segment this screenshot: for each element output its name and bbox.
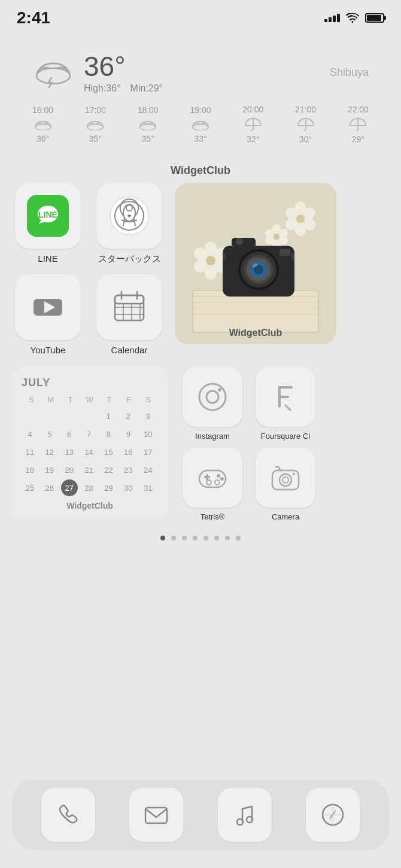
instagram-app-label: Instagram <box>195 432 230 441</box>
svg-point-71 <box>265 236 274 244</box>
signal-bars-icon <box>324 14 340 22</box>
svg-point-60 <box>295 201 306 212</box>
svg-point-62 <box>305 207 315 218</box>
svg-point-11 <box>87 124 103 130</box>
page-dot-6[interactable] <box>214 536 219 540</box>
svg-point-74 <box>274 234 280 240</box>
foursquare-app-label: Foursquare Ci <box>261 432 310 441</box>
line-logo: LINE <box>33 201 63 231</box>
hour-item-1: 16:00 36° <box>32 105 53 143</box>
music-icon <box>230 800 259 829</box>
right-app-grid: Instagram Foursquare Ci <box>180 367 318 521</box>
camera-app-icon[interactable] <box>256 448 315 508</box>
photo-widget: WidgetClub <box>175 183 336 344</box>
line-app-icon[interactable]: LINE <box>15 183 81 249</box>
svg-point-102 <box>280 474 291 486</box>
svg-point-63 <box>285 219 296 230</box>
cloud-icon <box>192 118 209 130</box>
page-dot-5[interactable] <box>203 536 208 540</box>
starbucks-app-icon[interactable]: ★ <box>96 183 162 249</box>
page-dots <box>0 536 401 540</box>
svg-point-98 <box>220 477 224 481</box>
calendar-app-icon[interactable] <box>96 274 162 340</box>
app-grid-section: LINE LINE ★ <box>12 183 389 355</box>
app-item-line[interactable]: LINE LINE <box>12 183 84 265</box>
svg-point-7 <box>35 124 51 130</box>
calendar-grid: 1 2 3 4 5 6 7 8 9 10 11 12 13 14 15 16 1… <box>22 408 158 496</box>
svg-point-66 <box>296 215 305 223</box>
widget-club-label: WidgetClub <box>0 164 401 177</box>
page-dot-1[interactable] <box>160 536 165 540</box>
svg-point-89 <box>206 391 218 403</box>
cloud-icon <box>139 118 157 130</box>
page-dot-4[interactable] <box>193 536 198 540</box>
foursquare-logo <box>268 379 303 415</box>
svg-point-53 <box>194 247 206 259</box>
tetris-app-icon[interactable] <box>183 448 242 508</box>
dock-mail-icon[interactable] <box>129 788 183 842</box>
app-item-tetris[interactable]: Tetris® <box>180 448 245 521</box>
svg-point-3 <box>37 68 70 84</box>
app-item-instagram[interactable]: Instagram <box>180 367 245 441</box>
status-icons <box>324 13 384 23</box>
youtube-logo <box>28 287 68 328</box>
svg-rect-105 <box>145 808 167 823</box>
svg-point-100 <box>215 480 220 485</box>
svg-point-15 <box>140 124 156 130</box>
svg-point-72 <box>280 236 288 244</box>
svg-point-85 <box>236 238 243 245</box>
hour-item-6: 21:00 30° <box>295 105 316 144</box>
umbrella-icon <box>244 118 262 131</box>
svg-point-19 <box>193 124 208 130</box>
svg-point-104 <box>293 473 295 475</box>
dock <box>12 780 389 850</box>
calendar-days-header: S M T W T F S <box>22 395 158 404</box>
svg-rect-93 <box>278 396 289 398</box>
page-dot-7[interactable] <box>225 536 230 540</box>
page-dot-3[interactable] <box>182 536 187 540</box>
starbucks-app-label: スターバックス <box>98 253 161 265</box>
svg-point-90 <box>218 388 221 392</box>
tetris-app-label: Tetris® <box>200 512 225 521</box>
svg-rect-46 <box>193 291 318 332</box>
svg-text:★: ★ <box>127 213 132 219</box>
instagram-logo <box>195 379 230 415</box>
page-dot-8[interactable] <box>236 536 241 540</box>
phone-icon <box>54 800 83 829</box>
dock-music-icon[interactable] <box>218 788 272 842</box>
status-time: 2:41 <box>17 8 50 27</box>
hour-item-3: 18:00 35° <box>138 105 159 143</box>
app-item-starbucks[interactable]: ★ スターバックス <box>93 183 165 265</box>
svg-rect-87 <box>291 253 294 261</box>
svg-point-52 <box>205 242 217 253</box>
youtube-app-icon[interactable] <box>15 274 81 340</box>
calendar-app-label: Calendar <box>111 345 148 355</box>
hour-item-7: 22:00 29° <box>348 105 369 144</box>
hour-item-5: 20:00 32° <box>242 105 263 144</box>
svg-rect-84 <box>280 249 290 256</box>
svg-point-99 <box>206 480 211 485</box>
app-item-calendar[interactable]: Calendar <box>93 274 165 355</box>
app-item-youtube[interactable]: YouTube <box>12 274 84 355</box>
dock-safari-icon[interactable] <box>306 788 360 842</box>
page-dot-2[interactable] <box>171 536 176 540</box>
instagram-app-icon[interactable] <box>183 367 242 427</box>
app-item-foursquare[interactable]: Foursquare Ci <box>253 367 318 441</box>
youtube-app-label: YouTube <box>31 345 66 355</box>
calendar-month: JULY <box>22 377 158 389</box>
app-grid-left: LINE LINE ★ <box>12 183 165 355</box>
photo-canvas-svg <box>175 183 336 344</box>
hourly-forecast: 16:00 36° 17:00 35° 18:00 <box>32 105 369 144</box>
weather-temperature: 36° <box>84 50 163 82</box>
dock-phone-icon[interactable] <box>41 788 95 842</box>
line-app-label: LINE <box>38 253 57 264</box>
status-bar: 2:41 <box>0 0 401 32</box>
umbrella-icon <box>297 118 315 131</box>
camera-app-label: Camera <box>272 512 299 521</box>
svg-point-58 <box>206 256 215 265</box>
svg-point-65 <box>295 225 306 236</box>
bottom-section: JULY S M T W T F S 1 2 3 4 5 6 7 8 9 10 … <box>12 367 389 521</box>
mail-icon <box>142 800 171 829</box>
foursquare-app-icon[interactable] <box>256 367 315 427</box>
app-item-camera[interactable]: Camera <box>253 448 318 521</box>
